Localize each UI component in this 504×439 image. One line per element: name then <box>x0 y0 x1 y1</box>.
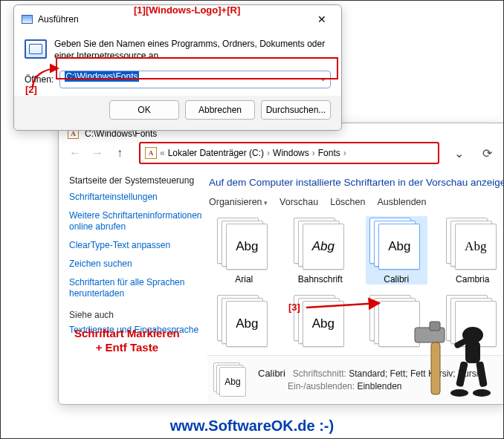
svg-rect-9 <box>431 342 440 394</box>
annotation-2: [2] <box>25 84 37 95</box>
sidebar: Startseite der Systemsteuerung Schriftar… <box>59 172 207 404</box>
browse-button[interactable]: Durchsuchen... <box>261 100 331 120</box>
toolbar-organize[interactable]: Organisieren <box>209 197 268 207</box>
svg-point-6 <box>473 389 491 397</box>
breadcrumb[interactable]: « Lokaler Datenträger (C:) › Windows › F… <box>139 142 439 164</box>
svg-rect-2 <box>456 361 468 387</box>
open-input[interactable]: C:\Windows\Fonts <box>59 71 331 88</box>
breadcrumb-seg-drive[interactable]: Lokaler Datenträger (C:) <box>168 148 264 158</box>
run-dialog-title: Ausführen <box>38 14 308 25</box>
details-cut-label: Schriftschnitt: <box>293 368 346 379</box>
sidebar-link-cleartype[interactable]: ClearType-Text anpassen <box>69 240 203 251</box>
content-heading: Auf dem Computer installierte Schriftart… <box>207 172 503 195</box>
annotation-hint: Schriftart Markieren+ Entf Taste <box>74 327 180 355</box>
font-item[interactable]: AbgCalibri <box>366 216 427 284</box>
toolbar-hide[interactable]: Ausblenden <box>377 197 426 207</box>
annotation-1: [1][Windows-Logo]+[R] <box>134 4 240 16</box>
annotation-3: [3] <box>288 302 300 313</box>
details-thumb: Abg <box>213 362 248 398</box>
font-item[interactable]: AbgBahnschrift <box>290 218 352 284</box>
details-font-name: Calibri <box>258 368 285 379</box>
chevron-right-icon: › <box>343 148 346 158</box>
font-item[interactable]: Abg <box>213 295 275 351</box>
sidebar-link-more-info[interactable]: Weitere Schriftarteninformationen online… <box>69 210 203 232</box>
run-body-text: Geben Sie den Namen eines Programms, Ord… <box>54 38 331 62</box>
svg-point-5 <box>450 389 468 397</box>
run-body-icon <box>25 39 47 59</box>
sidebar-link-charmap[interactable]: Zeichen suchen <box>69 258 203 270</box>
toolbar: Organisieren Vorschau Löschen Ausblenden <box>207 195 503 215</box>
font-grid-row: AbgArialAbgBahnschriftAbgCalibriAbgCambr… <box>207 215 503 287</box>
svg-rect-8 <box>430 322 440 331</box>
run-dialog: Ausführen ✕ Geben Sie den Namen eines Pr… <box>13 4 342 131</box>
footer-url: www.SoftwareOK.de :-) <box>170 417 334 435</box>
toolbar-preview[interactable]: Vorschau <box>280 197 318 207</box>
chevron-right-icon: › <box>267 148 270 158</box>
sidebar-link-download-fonts[interactable]: Schriftarten für alle Sprachen herunterl… <box>69 277 203 299</box>
sidebar-link-font-settings[interactable]: Schriftarteinstellungen <box>69 192 203 203</box>
chevron-right-icon: › <box>312 148 315 158</box>
run-dialog-icon <box>22 15 33 24</box>
ok-button[interactable]: OK <box>109 100 179 120</box>
toolbar-delete[interactable]: Löschen <box>330 197 365 207</box>
sidebar-see-also: Siehe auch <box>69 310 203 320</box>
dropdown-chevron-icon[interactable]: ⌄ <box>320 74 326 83</box>
nav-back-button[interactable]: ← <box>66 144 84 162</box>
mascot-hammer-icon <box>407 313 497 409</box>
details-show-value: Einblenden <box>357 381 401 391</box>
annotation-arrow-3 <box>305 297 387 318</box>
refresh-button[interactable]: ⟳ <box>478 144 496 162</box>
dropdown-history-icon[interactable]: ⌄ <box>450 144 468 162</box>
nav-up-button[interactable]: ↑ <box>111 144 129 162</box>
cancel-button[interactable]: Abbrechen <box>185 100 255 120</box>
breadcrumb-icon <box>145 147 157 159</box>
svg-rect-3 <box>476 361 488 387</box>
breadcrumb-seg-windows[interactable]: Windows <box>273 148 309 158</box>
svg-rect-1 <box>465 341 480 363</box>
details-show-label: Ein-/ausblenden: <box>288 381 355 391</box>
font-item[interactable]: AbgArial <box>213 218 275 284</box>
breadcrumb-seg-fonts[interactable]: Fonts <box>318 148 340 158</box>
nav-forward-button[interactable]: → <box>88 144 106 162</box>
close-button[interactable]: ✕ <box>308 10 335 29</box>
breadcrumb-overflow[interactable]: « <box>160 148 165 158</box>
sidebar-head[interactable]: Startseite der Systemsteuerung <box>69 175 203 186</box>
font-item[interactable]: AbgCambria <box>442 218 504 284</box>
